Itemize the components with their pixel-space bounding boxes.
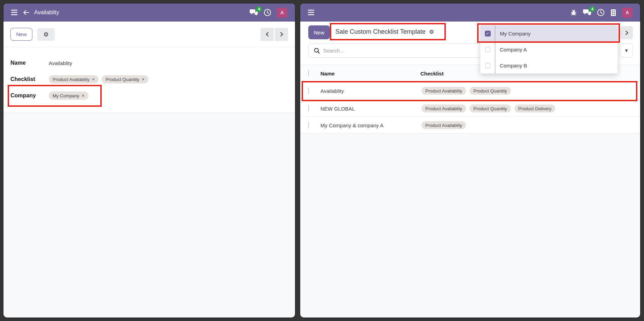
checklist-field-row: Checklist Product Availablity × Product … xyxy=(10,75,152,84)
breadcrumb: Sale Custom Checklist Template xyxy=(335,28,426,35)
unread-count-badge: 4 xyxy=(256,6,262,12)
caret-down-icon: ▼ xyxy=(625,49,628,53)
checklist-field-label: Checklist xyxy=(10,76,49,82)
checklist-tag: Product Availablity xyxy=(421,87,466,95)
gear-icon: ⚙ xyxy=(43,31,48,38)
app-header: Availablity 4 A xyxy=(3,3,295,22)
name-field-value[interactable]: Availablity xyxy=(49,60,72,66)
tag-remove-icon[interactable]: × xyxy=(92,77,95,82)
list-window: 4 A New Sale Custom Checklist Template ⚙… xyxy=(300,3,640,318)
column-header-name[interactable]: Name xyxy=(320,70,335,76)
dropdown-item-label: Company A xyxy=(495,41,618,57)
debug-bug-icon[interactable] xyxy=(570,9,577,16)
tag-remove-icon[interactable]: × xyxy=(82,93,85,98)
tag-label: Product Availablity xyxy=(425,88,462,94)
company-field-label: Company xyxy=(10,93,49,99)
dropdown-item-company-b[interactable]: Company B xyxy=(480,57,618,73)
table-row[interactable]: Availablity Product Availablity Product … xyxy=(300,82,640,100)
row-name: Availablity xyxy=(320,88,344,94)
gear-actions-icon[interactable]: ⚙ xyxy=(429,29,434,35)
dropdown-item-label: My Company xyxy=(495,25,618,41)
checked-checkbox[interactable]: ✓ xyxy=(485,31,491,37)
row-checkbox[interactable] xyxy=(308,122,309,128)
checklist-tag: Product Quantity xyxy=(470,87,511,95)
next-record-button[interactable] xyxy=(275,28,288,41)
select-all-checkbox[interactable] xyxy=(308,70,309,77)
table-row[interactable]: My Company & company A Product Availabli… xyxy=(300,117,640,134)
menu-icon[interactable] xyxy=(308,10,315,15)
tag-label: Product Availablity xyxy=(53,77,90,82)
messages-icon[interactable]: 4 xyxy=(583,9,591,16)
tag-label: Product Quantity xyxy=(473,106,507,111)
checklist-tag[interactable]: Product Availablity × xyxy=(49,75,99,83)
tag-label: Product Delivery xyxy=(518,106,551,111)
tag-label: Product Availablity xyxy=(425,122,462,128)
apps-building-icon[interactable] xyxy=(610,9,616,16)
company-field-row: Company My Company × xyxy=(10,91,92,100)
menu-icon[interactable] xyxy=(11,10,18,15)
activities-clock-icon[interactable] xyxy=(597,9,605,16)
tag-label: Product Quantity xyxy=(473,88,507,94)
checklist-tag: Product Delivery xyxy=(514,104,555,112)
tag-remove-icon[interactable]: × xyxy=(142,77,145,82)
page-title: Availablity xyxy=(34,9,59,16)
form-toolbar: New ⚙ xyxy=(3,22,295,47)
prev-record-button[interactable] xyxy=(261,28,274,41)
company-tag[interactable]: My Company × xyxy=(49,91,88,100)
unread-count-badge: 4 xyxy=(589,6,595,12)
checklist-tag: Product Quantity xyxy=(470,104,511,112)
checklist-tag[interactable]: Product Quantity × xyxy=(102,75,148,83)
unchecked-checkbox[interactable] xyxy=(485,47,490,52)
annotation-breadcrumb: Sale Custom Checklist Template ⚙ xyxy=(330,23,446,40)
new-button[interactable]: New xyxy=(10,28,32,41)
user-avatar[interactable]: A xyxy=(622,8,633,18)
table-row[interactable]: NEW GLOBAL Product Availablity Product Q… xyxy=(300,100,640,117)
row-checkbox[interactable] xyxy=(308,105,309,112)
user-avatar[interactable]: A xyxy=(277,8,287,18)
tag-label: Product Quantity xyxy=(106,77,139,82)
next-page-button[interactable] xyxy=(620,26,633,39)
app-header: 4 A xyxy=(300,3,640,22)
company-selector-dropdown: ✓ My Company Company A Company B xyxy=(480,25,618,74)
row-name: NEW GLOBAL xyxy=(320,105,355,111)
new-button[interactable]: New xyxy=(308,25,330,39)
back-arrow-icon[interactable] xyxy=(23,10,29,15)
checklist-tag: Product Availablity xyxy=(421,104,466,112)
tag-label: My Company xyxy=(53,93,79,98)
dropdown-item-label: Company B xyxy=(495,57,618,73)
check-icon: ✓ xyxy=(486,31,489,36)
row-checkbox[interactable] xyxy=(308,87,309,94)
dropdown-item-my-company[interactable]: ✓ My Company xyxy=(480,25,618,41)
search-options-toggle[interactable]: ▼ xyxy=(620,43,633,58)
form-sheet: Name Availablity Checklist Product Avail… xyxy=(3,47,295,113)
row-name: My Company & company A xyxy=(320,122,383,128)
form-window: Availablity 4 A New ⚙ Name Availabl xyxy=(3,3,295,318)
gear-actions-button[interactable]: ⚙ xyxy=(37,28,55,41)
name-field-row: Name Availablity xyxy=(10,58,72,67)
tag-label: Product Availablity xyxy=(425,106,462,111)
messages-icon[interactable]: 4 xyxy=(249,9,258,16)
name-field-label: Name xyxy=(10,60,49,66)
unchecked-checkbox[interactable] xyxy=(485,63,490,68)
checklist-tag: Product Availablity xyxy=(421,121,466,129)
activities-clock-icon[interactable] xyxy=(264,9,271,16)
column-header-checklist[interactable]: Checklist xyxy=(420,70,444,76)
dropdown-item-company-a[interactable]: Company A xyxy=(480,41,618,57)
